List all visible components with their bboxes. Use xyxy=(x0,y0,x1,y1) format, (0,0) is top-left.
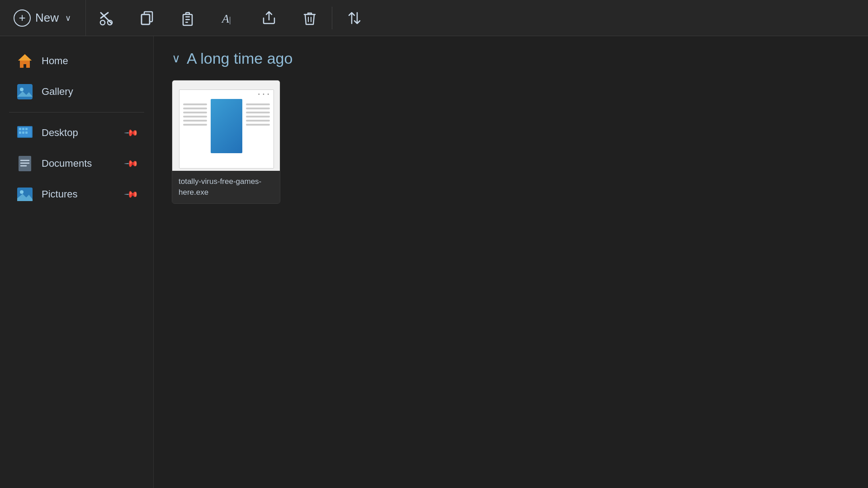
svg-marker-16 xyxy=(18,54,32,61)
delete-button[interactable] xyxy=(289,0,330,36)
thumb-line-2 xyxy=(183,108,207,109)
svg-rect-8 xyxy=(185,16,190,18)
paste-icon xyxy=(179,10,196,26)
gallery-icon xyxy=(16,83,33,100)
sidebar-divider xyxy=(9,112,144,113)
new-plus-icon: + xyxy=(14,9,31,27)
svg-rect-23 xyxy=(22,128,24,130)
toolbar-divider xyxy=(332,7,332,29)
rename-button[interactable]: A | xyxy=(208,0,249,36)
sidebar-item-desktop[interactable]: Desktop 📌 xyxy=(4,118,150,148)
desktop-pin-icon: 📌 xyxy=(123,125,139,141)
file-info: totally-virus-free-games-here.exe xyxy=(172,171,280,203)
files-grid: • • • xyxy=(172,80,850,204)
svg-rect-27 xyxy=(25,131,28,134)
thumb-line-r3 xyxy=(246,112,270,113)
sidebar-pictures-label: Pictures xyxy=(42,188,118,200)
toolbar-actions: A | xyxy=(86,0,863,36)
section-header: ∨ A long time ago xyxy=(172,50,850,67)
thumb-line-6 xyxy=(183,124,207,126)
file-card[interactable]: • • • xyxy=(172,80,280,204)
sidebar-item-home[interactable]: Home xyxy=(4,46,150,76)
home-icon xyxy=(16,52,33,70)
sidebar-item-pictures[interactable]: Pictures 📌 xyxy=(4,179,150,209)
svg-rect-10 xyxy=(185,22,188,23)
thumb-line-3 xyxy=(183,112,207,113)
thumbnail-lines-right xyxy=(246,103,270,126)
new-button[interactable]: + New ∨ xyxy=(5,0,86,36)
svg-rect-17 xyxy=(17,84,33,99)
sidebar-desktop-label: Desktop xyxy=(42,127,118,139)
rename-icon: A | xyxy=(220,10,236,26)
sidebar-gallery-label: Gallery xyxy=(42,86,137,98)
thumb-line-r5 xyxy=(246,120,270,122)
file-thumbnail: • • • xyxy=(172,80,280,171)
svg-text:A: A xyxy=(221,12,229,25)
share-icon xyxy=(261,10,277,26)
sidebar-home-label: Home xyxy=(42,55,137,67)
section-title: A long time ago xyxy=(187,50,292,67)
svg-text:|: | xyxy=(229,15,231,24)
svg-point-2 xyxy=(100,20,105,25)
svg-rect-26 xyxy=(22,131,24,134)
thumb-line-r6 xyxy=(246,124,270,126)
thumb-line-r4 xyxy=(246,116,270,117)
thumb-line-5 xyxy=(183,120,207,122)
thumbnail-blue-rect xyxy=(211,99,242,153)
section-chevron-icon[interactable]: ∨ xyxy=(172,52,180,66)
thumb-line-4 xyxy=(183,116,207,117)
sidebar: Home Gallery xyxy=(0,36,154,488)
thumbnail-lines-left xyxy=(183,103,207,126)
delete-icon xyxy=(302,10,318,26)
thumb-line-r2 xyxy=(246,108,270,109)
sort-button[interactable] xyxy=(334,0,375,36)
svg-point-18 xyxy=(20,88,24,91)
pictures-pin-icon: 📌 xyxy=(123,187,139,202)
file-name: totally-virus-free-games-here.exe xyxy=(179,177,261,197)
thumbnail-dots: • • • xyxy=(258,92,270,97)
share-button[interactable] xyxy=(249,0,289,36)
svg-rect-22 xyxy=(19,128,21,130)
svg-rect-5 xyxy=(142,14,150,24)
pictures-icon xyxy=(16,186,33,203)
sidebar-documents-label: Documents xyxy=(42,158,118,169)
svg-rect-25 xyxy=(19,131,21,134)
content-area: ∨ A long time ago • • • xyxy=(154,36,868,488)
svg-rect-9 xyxy=(185,19,190,20)
documents-icon xyxy=(16,155,33,172)
svg-point-33 xyxy=(20,190,24,194)
new-chevron-icon: ∨ xyxy=(65,13,71,23)
thumb-line-r1 xyxy=(246,103,270,105)
svg-rect-24 xyxy=(25,128,28,130)
new-label: New xyxy=(35,11,59,25)
documents-pin-icon: 📌 xyxy=(123,156,139,172)
cut-icon xyxy=(98,10,114,26)
cut-button[interactable] xyxy=(86,0,127,36)
thumb-line-1 xyxy=(183,103,207,105)
sort-icon xyxy=(346,10,363,26)
sidebar-item-gallery[interactable]: Gallery xyxy=(4,77,150,107)
copy-button[interactable] xyxy=(127,0,167,36)
file-thumbnail-inner: • • • xyxy=(179,89,274,169)
toolbar: + New ∨ xyxy=(0,0,868,36)
paste-button[interactable] xyxy=(167,0,208,36)
main-layout: Home Gallery xyxy=(0,36,868,488)
desktop-icon xyxy=(16,124,33,141)
copy-icon xyxy=(139,10,155,26)
sidebar-item-documents[interactable]: Documents 📌 xyxy=(4,149,150,178)
